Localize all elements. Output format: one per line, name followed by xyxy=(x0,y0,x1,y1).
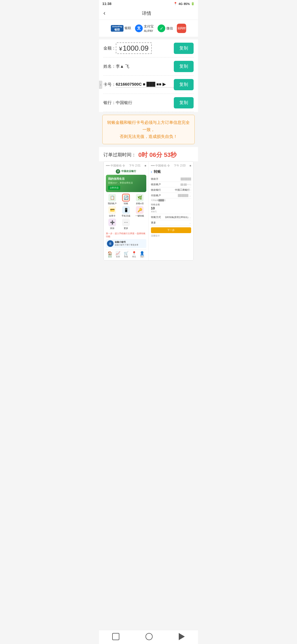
app-item-phone: 📱 手机充值 xyxy=(120,206,132,217)
status-icons: 📍 4G 85% 🔋 xyxy=(174,2,195,6)
bank-value: 中国银行 xyxy=(116,100,174,105)
status-bar: 11:38 📍 4G 85% 🔋 xyxy=(99,0,198,7)
agbank-item-label: 农银e目 xyxy=(136,202,144,205)
nearby-nav[interactable]: 📍 附近 xyxy=(132,251,136,258)
signal-icon: 📍 xyxy=(174,2,177,6)
signal-dots-r: •••• 中国移动 令 xyxy=(151,164,170,168)
next-step-btn[interactable]: 下一步 xyxy=(151,227,191,233)
more-icon: ⋯ xyxy=(122,219,130,226)
panel-header-left: •••• 中国移动 令 下午 2:01 ■ xyxy=(106,164,146,168)
add-icon: ➕ xyxy=(108,219,116,226)
onetap-icon: 🔑 xyxy=(136,206,144,214)
phone-label: 手机充值 xyxy=(122,214,130,217)
payer-value: ██████ xyxy=(178,194,188,197)
transfer-label: 转账 xyxy=(124,202,128,205)
wechat-icon: ✓ xyxy=(158,24,165,32)
battery-small-r: ■ xyxy=(189,164,191,167)
onetap-label: 一键转账 xyxy=(135,214,144,217)
app-item-add: ➕ 添加 xyxy=(106,219,119,230)
tutorial-inner: •••• 中国移动 令 下午 2:01 ■ 农 中国农业银行 我的信用生活 回馈… xyxy=(104,162,193,260)
alipay-icon: 支 xyxy=(135,24,143,32)
shop-nav[interactable]: 🛒 商城 xyxy=(124,251,128,258)
bank-label: 银行： xyxy=(103,100,116,105)
add-label: 添加 xyxy=(110,227,114,230)
agbank-item-icon: 🌿 xyxy=(136,194,144,201)
invest-nav[interactable]: 📈 投资 xyxy=(116,251,120,258)
transfer-header: ‹ 转账 xyxy=(151,169,191,174)
time-display: 下午 2:01 xyxy=(129,164,141,168)
timer-value: 0时 06分 53秒 xyxy=(138,151,177,159)
step-note: 第一步：进入手机银行主界面→选择转账功能 xyxy=(106,232,146,238)
form-row-more: 更多 ⌄ xyxy=(151,220,191,226)
name-row: 姓名： 李▲ 飞 复制 xyxy=(103,58,194,76)
banner: 我的信用生活 回馈2017，享受信用生活 立即开启 xyxy=(106,175,146,192)
banner-title: 我的信用生活 xyxy=(108,177,144,181)
bank-row-label: 收款银行 xyxy=(151,188,161,192)
amount-value: ¥1000.09 xyxy=(116,44,174,53)
form-row-account: 收款账户 ██(██XXX) xyxy=(151,182,191,187)
unionpay-badge: UnionPay 银联 xyxy=(111,25,124,32)
amount-label: 金额： xyxy=(103,46,116,51)
side-chevron-icon[interactable]: › xyxy=(99,81,102,89)
account-row-label: 收款账户 xyxy=(151,183,161,186)
more-label: 更多 xyxy=(124,227,128,230)
app-item-credit: 💳 信用卡 xyxy=(106,206,119,217)
receiver-value: ██████ xyxy=(181,178,191,180)
bank-row-value: 中国工商银行 xyxy=(175,188,190,192)
method-label: 转账方式 xyxy=(151,215,161,219)
back-button[interactable]: ‹ xyxy=(103,10,105,17)
alipay-logo: 支 支付宝ALIPAY xyxy=(135,24,154,33)
unionpay-label: 银联 xyxy=(125,26,131,31)
tutorial-container: •••• 中国移动 令 下午 2:01 ■ 农 中国农业银行 我的信用生活 回馈… xyxy=(103,161,194,261)
info-section: 金额： ¥1000.09 复制 姓名： 李▲ 飞 复制 › 卡号： 621660… xyxy=(99,39,198,112)
book-name: 金融小秘书 xyxy=(115,241,138,244)
unionpay-logo: UnionPay 银联 银联 xyxy=(111,25,131,32)
card-copy-button[interactable]: 复制 xyxy=(174,79,194,90)
more-row-label: 更多 xyxy=(151,221,156,225)
book-sub: 金融小秘书 千事了事更多事 xyxy=(115,244,138,246)
card-row: › 卡号： 6216607500C ■ ███ ■■ ▶ 复制 xyxy=(103,76,194,94)
agbank-icon: 农 xyxy=(116,169,120,174)
book-icon: 金 xyxy=(107,240,114,247)
app-item-transfer: 🔄 转账 xyxy=(120,194,132,205)
amount-copy-button[interactable]: 复制 xyxy=(174,43,194,54)
time-display-r: 下午 2:03 xyxy=(174,164,185,168)
transfer-amount-label: 转账金额 xyxy=(151,203,191,206)
warning-text: 转账金额和银行卡号必须与上方订单信息完全一致，否则无法充值，造成损失自负！ xyxy=(107,119,190,140)
more-row-arrow: ⌄ xyxy=(189,221,191,224)
banner-btn[interactable]: 立即开启 xyxy=(108,186,120,190)
page-title: 详情 xyxy=(108,10,185,17)
payment-logos: UnionPay 银联 银联 支 支付宝ALIPAY ✓ 微信 云闪付 xyxy=(99,20,198,37)
balance-hint: 可用金额████元 xyxy=(151,199,191,202)
profile-nav[interactable]: 👤 我的 xyxy=(140,251,144,258)
credit-icon: 💳 xyxy=(108,206,116,214)
network-icon: 4G xyxy=(178,2,183,6)
timer-label: 订单过期时间： xyxy=(103,152,136,158)
yunshan-logo: 云闪付 xyxy=(177,24,186,33)
payer-arrow: ⌄ xyxy=(189,194,191,197)
name-value: 李▲ 飞 xyxy=(116,64,174,69)
app-grid: 📋 我的账户 🔄 转账 🌿 农银e目 💳 信用卡 xyxy=(106,194,146,230)
amount-input-row: 转账金额 10 差旅元 xyxy=(151,202,191,214)
banner-sub: 回馈2017，享受信用生活 xyxy=(108,181,144,184)
signal-dots: •••• 中国移动 令 xyxy=(106,164,125,168)
bottom-icons: 🏠 首页 📈 投资 🛒 商城 📍 附近 xyxy=(106,250,146,258)
yunshan-icon: 云闪付 xyxy=(177,24,186,33)
home-nav[interactable]: 🏠 首页 xyxy=(108,251,112,258)
name-label: 姓名： xyxy=(103,64,116,69)
battery-small: ■ xyxy=(144,164,146,167)
form-row-receiver: 收款方 ██████ xyxy=(151,176,191,182)
account-label: 我的账户 xyxy=(108,202,117,205)
app-item-agbank: 🌿 农银e目 xyxy=(133,194,146,205)
back-arrow-r[interactable]: ‹ xyxy=(151,170,152,174)
name-copy-button[interactable]: 复制 xyxy=(174,61,194,72)
form-row-method: 转账方式 实时转账(受理立即转出) ⌄ xyxy=(151,215,191,220)
bank-copy-button[interactable]: 复制 xyxy=(174,97,194,108)
account-icon: 📋 xyxy=(108,194,116,201)
credit-label: 信用卡 xyxy=(109,214,116,217)
bank-arrow: › xyxy=(190,189,191,192)
wechat-label: 微信 xyxy=(166,26,173,31)
account-row-value: ██(██XXX) xyxy=(180,184,191,185)
transfer-amount-value: 10 xyxy=(151,206,191,210)
form-row-payer: 付款账户 ██████ ⌄ xyxy=(151,193,191,198)
